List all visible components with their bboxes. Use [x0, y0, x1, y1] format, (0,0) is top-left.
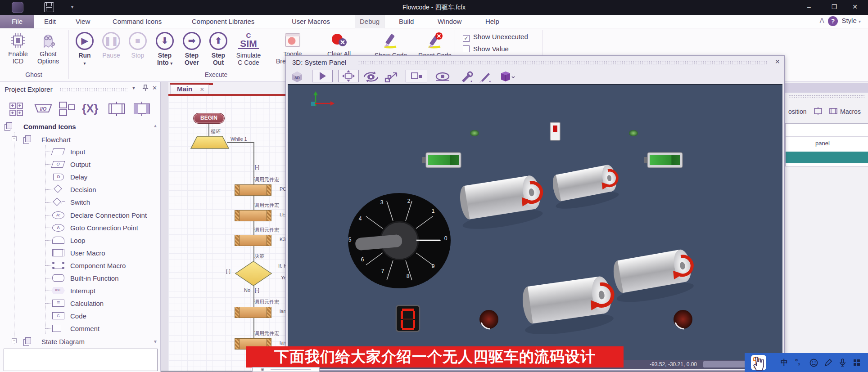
tree-item-loop[interactable]: Loop — [70, 237, 85, 244]
step-over-button[interactable]: ➡ StepOver — [179, 32, 204, 66]
flowchart-icon — [25, 135, 31, 142]
menu-view[interactable]: View — [71, 15, 95, 28]
3d-resize-button[interactable] — [383, 71, 400, 83]
chip-icon — [9, 32, 27, 49]
menu-help[interactable]: Help — [481, 15, 504, 28]
tree-scroll-up-icon[interactable]: ▲ — [153, 123, 158, 128]
led-bar-right — [644, 152, 683, 168]
macros-tab-label[interactable]: Macros — [840, 108, 861, 115]
menu-file[interactable]: File — [0, 15, 34, 28]
3d-panel-drag-texture[interactable] — [358, 61, 768, 64]
ink-pen-icon[interactable] — [824, 359, 832, 369]
tree-item-flowchart[interactable]: Flowchart — [41, 136, 71, 143]
minimize-button[interactable]: – — [802, 3, 816, 12]
tree-item-code[interactable]: Code — [70, 312, 86, 320]
panel-menu-caret-icon[interactable]: ▼ — [131, 85, 136, 90]
menu-command-icons[interactable]: Command Icons — [108, 15, 166, 28]
ime-punctuation-icon[interactable]: °, — [795, 358, 800, 366]
restore-button[interactable]: ❐ — [827, 3, 841, 12]
tree-item-component-macro[interactable]: Component Macro — [70, 262, 126, 269]
grid-add-icon[interactable] — [8, 101, 26, 117]
help-icon[interactable]: ? — [828, 16, 838, 26]
3d-selection-button[interactable] — [406, 70, 427, 82]
dock-drag-texture[interactable] — [789, 94, 864, 98]
flow-component-macro-4[interactable] — [235, 307, 271, 318]
3d-panel-close-icon[interactable]: ✕ — [775, 58, 780, 65]
menu-user-macros[interactable]: User Macros — [287, 15, 335, 28]
tree-root-command-icons[interactable]: Command Icons — [23, 123, 76, 130]
tree-item-declare-connection-point[interactable]: Declare Connection Point — [70, 211, 147, 219]
close-button[interactable]: ✕ — [848, 3, 862, 12]
tree-scroll-down-icon[interactable]: ▼ — [153, 339, 158, 344]
tree-item-output[interactable]: Output — [70, 161, 90, 168]
3d-play-button[interactable] — [312, 70, 333, 82]
tree-item-calculation[interactable]: Calculation — [70, 300, 104, 307]
pause-button[interactable]: ❚❚ Pause — [98, 32, 124, 59]
panel-close-icon[interactable]: ✕ — [152, 85, 157, 91]
grid-icon[interactable] — [853, 359, 861, 368]
flow-begin-node[interactable]: BEGIN — [193, 113, 225, 124]
menu-build[interactable]: Build — [394, 15, 418, 28]
3d-eye-button[interactable] — [434, 71, 452, 83]
3d-orbit-button[interactable] — [362, 71, 380, 83]
flow-component-macro-3[interactable] — [235, 235, 271, 246]
tree-item-delay[interactable]: Delay — [70, 173, 87, 181]
show-unexecuted-checkbox[interactable]: ✓Show Unexecuted — [463, 33, 528, 42]
tree-item-state-diagram[interactable]: State Diagram — [41, 338, 85, 345]
flow-decision-node[interactable] — [235, 260, 272, 287]
show-code-button[interactable]: Show Code — [369, 32, 412, 59]
ghost-options-button[interactable]: GhostOptions — [33, 32, 63, 65]
step-out-button[interactable]: ⬆ StepOut — [206, 32, 231, 66]
io-icon[interactable]: I/O — [32, 101, 54, 117]
3d-pen-button[interactable] — [477, 71, 493, 83]
menu-component-libraries[interactable]: Component Libraries — [187, 15, 259, 28]
flow-loop-node[interactable] — [190, 135, 230, 150]
microphone-icon[interactable] — [838, 358, 847, 369]
stop-button[interactable]: ■ Stop — [125, 32, 150, 59]
macro-block-icon[interactable] — [106, 101, 127, 117]
show-value-checkbox[interactable]: Show Value — [463, 45, 509, 53]
menu-window[interactable]: Window — [433, 15, 466, 28]
tab-close-icon[interactable]: ✕ — [200, 86, 204, 93]
dock-cell-panel[interactable]: panel — [815, 140, 830, 147]
tree-item-switch[interactable]: Switch — [70, 198, 90, 206]
pin-icon[interactable] — [142, 84, 149, 93]
tree-item-built-in-function[interactable]: Built-in Function — [70, 274, 119, 282]
tree-item-comment[interactable]: Comment — [70, 325, 99, 332]
component-block-icon[interactable] — [131, 101, 152, 117]
emoji-icon[interactable] — [809, 359, 818, 369]
simulate-c-code-button[interactable]: C SIM SimulateC Code — [231, 32, 266, 66]
windows-icon[interactable] — [58, 101, 78, 117]
ghost-group-label: Ghost — [14, 71, 54, 78]
style-caret-icon[interactable]: ▾ — [859, 19, 861, 24]
flowchart-expander[interactable]: − — [12, 136, 17, 141]
panel-splitter[interactable] — [161, 82, 168, 372]
reset-code-button[interactable]: Reset Code — [414, 32, 456, 59]
ribbon-collapse-icon[interactable]: ᐱ — [819, 17, 824, 24]
tree-item-input[interactable]: Input — [70, 148, 85, 156]
3d-wrench-button[interactable] — [459, 71, 475, 83]
ime-language-icon[interactable]: 中 — [781, 358, 788, 368]
run-button[interactable]: ▶ Run▾ — [72, 32, 97, 67]
position-tab-label[interactable]: osition — [788, 108, 806, 115]
tree-item-interrupt[interactable]: Interrupt — [70, 287, 95, 295]
flow-component-macro-2[interactable] — [235, 210, 271, 221]
enable-icd-button[interactable]: EnableICD — [4, 32, 32, 65]
step-into-button[interactable]: ⬇ StepInto ▾ — [152, 32, 177, 67]
tab-main[interactable]: Main ✕ — [170, 85, 209, 94]
3d-move-button[interactable] — [338, 70, 359, 82]
3d-viewport[interactable]: 0 1 2 3 4 5 6 7 8 9 — [288, 84, 782, 360]
menu-debug[interactable]: Debug — [355, 15, 384, 28]
dock-selected-row[interactable] — [786, 152, 868, 163]
flow-component-macro-1[interactable] — [235, 184, 271, 196]
tree-item-decision[interactable]: Decision — [70, 186, 96, 193]
tree-item-user-macro[interactable]: User Macro — [70, 249, 105, 257]
tree-item-goto-connection-point[interactable]: Goto Connection Point — [70, 224, 138, 232]
3d-box-button[interactable] — [495, 71, 515, 83]
variables-icon[interactable]: {X} — [82, 101, 98, 117]
state-diagram-expander[interactable]: − — [12, 338, 17, 343]
panel-drag-texture[interactable] — [59, 88, 128, 91]
style-button[interactable]: Style — [841, 17, 856, 24]
3d-panel-title: 3D: System Panel — [292, 58, 346, 66]
menu-edit[interactable]: Edit — [40, 15, 60, 28]
